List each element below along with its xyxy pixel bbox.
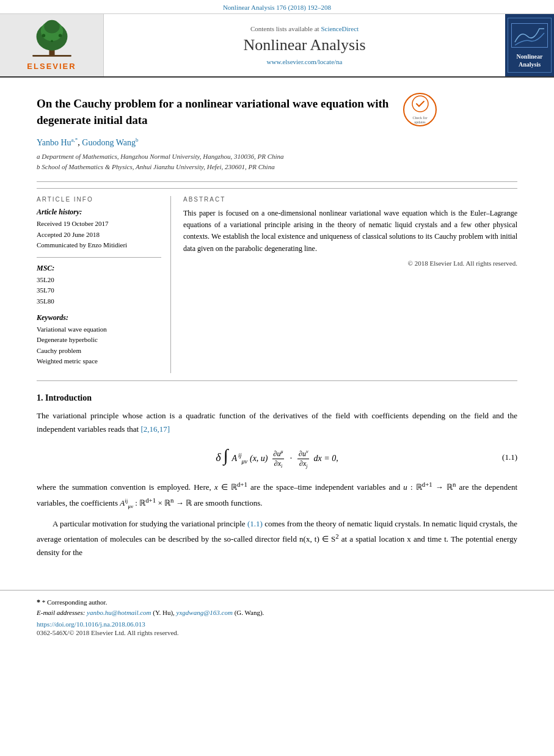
- corresponding-note: * * Corresponding author.: [37, 597, 517, 608]
- check-updates-badge: Check forupdates: [403, 93, 437, 126]
- msc-code-3: 35L80: [37, 296, 161, 307]
- check-updates-icon: [411, 95, 429, 113]
- journal-header-center: Contents lists available at ScienceDirec…: [104, 14, 505, 76]
- affil-a: a Department of Mathematics, Hangzhou No…: [37, 151, 517, 162]
- article-info-label: ARTICLE INFO: [37, 196, 161, 203]
- svg-point-5: [58, 34, 61, 37]
- corresponding-text: * Corresponding author.: [42, 598, 108, 606]
- email2-author: (G. Wang).: [235, 609, 264, 616]
- journal-ref-bar: Nonlinear Analysis 176 (2018) 192–208: [0, 0, 554, 14]
- journal-cover: Nonlinear Analysis: [505, 14, 554, 76]
- msc-code-2: 35L70: [37, 285, 161, 296]
- paper-title: On the Cauchy problem for a nonlinear va…: [37, 96, 391, 128]
- history-label: Article history:: [37, 208, 161, 217]
- divider-1: [37, 181, 517, 182]
- star-symbol: *: [37, 598, 40, 606]
- svg-point-6: [51, 40, 53, 42]
- cover-chart-icon: [512, 24, 547, 47]
- main-content: On the Cauchy problem for a nonlinear va…: [0, 78, 554, 578]
- equation-content: δ ∫ Aijμν (x, u) ∂uμ ∂xi · ∂uν ∂xj dx = …: [216, 446, 338, 469]
- intro-para3: A particular motivation for studying the…: [37, 517, 517, 560]
- cover-title: Nonlinear Analysis: [511, 53, 549, 68]
- ref-link-1-1[interactable]: (1.1): [247, 519, 263, 528]
- section-intro-heading: 1. Introduction: [37, 393, 517, 403]
- received-date: Received 19 October 2017: [37, 219, 161, 230]
- cover-image: [511, 23, 548, 48]
- science-direct-link[interactable]: ScienceDirect: [321, 25, 359, 32]
- keyword-3: Cauchy problem: [37, 346, 161, 357]
- divider-info-1: [37, 257, 161, 258]
- communicated-by: Communicated by Enzo Mitidieri: [37, 240, 161, 251]
- equation-1-1: δ ∫ Aijμν (x, u) ∂uμ ∂xi · ∂uν ∂xj dx = …: [37, 446, 517, 469]
- title-area: On the Cauchy problem for a nonlinear va…: [37, 90, 517, 137]
- elsevier-label: ELSEVIER: [27, 62, 76, 71]
- keyword-1: Variational wave equation: [37, 324, 161, 335]
- keywords-label: Keywords:: [37, 313, 161, 322]
- page: Nonlinear Analysis 176 (2018) 192–208 EL…: [0, 0, 554, 756]
- email2[interactable]: yxgdwang@163.com: [177, 609, 233, 616]
- elsevier-logo-area: ELSEVIER: [0, 14, 104, 76]
- article-history: Article history: Received 19 October 201…: [37, 208, 161, 251]
- svg-point-4: [42, 34, 45, 37]
- elsevier-tree-icon: [21, 20, 82, 59]
- journal-url[interactable]: www.elsevier.com/locate/na: [267, 58, 343, 65]
- keywords-content: Variational wave equation Degenerate hyp…: [37, 324, 161, 367]
- accepted-date: Accepted 20 June 2018: [37, 230, 161, 241]
- article-info-abstract: ARTICLE INFO Article history: Received 1…: [37, 188, 517, 381]
- affiliations: a Department of Mathematics, Hangzhou No…: [37, 151, 517, 173]
- article-info: ARTICLE INFO Article history: Received 1…: [37, 196, 171, 373]
- keyword-2: Degenerate hyperbolic: [37, 335, 161, 346]
- svg-rect-7: [32, 55, 71, 57]
- issn-line: 0362-546X/© 2018 Elsevier Ltd. All right…: [37, 629, 517, 636]
- journal-header: ELSEVIER Contents lists available at Sci…: [0, 14, 554, 78]
- intro-para1: The variational principle whose action i…: [37, 409, 517, 436]
- abstract-label: ABSTRACT: [183, 196, 517, 203]
- intro-para2: where the summation convention is employ…: [37, 479, 517, 511]
- email1[interactable]: yanbo.hu@hotmail.com: [87, 609, 151, 616]
- email1-author: (Y. Hu),: [153, 609, 175, 616]
- contents-line: Contents lists available at ScienceDirec…: [250, 25, 359, 32]
- affil-b: b School of Mathematics & Physics, Anhui…: [37, 162, 517, 173]
- svg-point-3: [44, 20, 59, 34]
- journal-title: Nonlinear Analysis: [243, 36, 365, 54]
- author2-super: b: [136, 137, 139, 143]
- author1-super: a,*: [71, 137, 78, 143]
- cover-box: Nonlinear Analysis: [508, 18, 552, 73]
- email-line: E-mail addresses: yanbo.hu@hotmail.com (…: [37, 608, 517, 618]
- svg-point-9: [412, 96, 428, 112]
- history-content: Received 19 October 2017 Accepted 20 Jun…: [37, 219, 161, 251]
- footer: * * Corresponding author. E-mail address…: [0, 590, 554, 642]
- check-badge-label: Check forupdates: [411, 95, 429, 125]
- msc-label: MSC:: [37, 264, 161, 273]
- equation-number-1-1: (1.1): [502, 453, 517, 462]
- author1-name: Yanbo Hu: [37, 138, 71, 147]
- ref-link-1[interactable]: [2,16,17]: [140, 424, 170, 434]
- abstract-section: ABSTRACT This paper is focused on a one-…: [183, 196, 517, 373]
- journal-ref-text: Nonlinear Analysis 176 (2018) 192–208: [223, 4, 331, 11]
- author2-name: Guodong Wang: [82, 138, 136, 147]
- msc-codes: 35L20 35L70 35L80: [37, 275, 161, 307]
- msc-code-1: 35L20: [37, 275, 161, 286]
- keywords-group: Keywords: Variational wave equation Dege…: [37, 313, 161, 367]
- msc-group: MSC: 35L20 35L70 35L80: [37, 264, 161, 307]
- authors-line: Yanbo Hua,*, Guodong Wangb: [37, 137, 517, 148]
- doi-link[interactable]: https://doi.org/10.1016/j.na.2018.06.013: [37, 620, 517, 628]
- keyword-4: Weighted metric space: [37, 356, 161, 367]
- email-label: E-mail addresses:: [37, 609, 85, 616]
- copyright: © 2018 Elsevier Ltd. All rights reserved…: [183, 260, 517, 267]
- abstract-text: This paper is focused on a one-dimension…: [183, 208, 517, 255]
